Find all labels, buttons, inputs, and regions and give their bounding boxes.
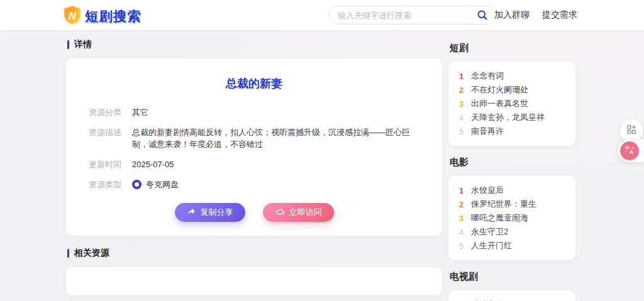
sidebar-section-title-tv: 电视剧: [450, 271, 575, 283]
button-label: 立即访问: [289, 207, 322, 218]
related-section-title: 相关资源: [74, 248, 109, 259]
rank-badge: 5: [458, 127, 465, 136]
list-item[interactable]: 4 天降玄孙，龙凤呈祥: [448, 111, 575, 124]
ranking-card-tv: 1 以法之名: [448, 290, 575, 301]
rank-badge: 2: [458, 200, 465, 209]
action-buttons: 复制分享 立即访问: [89, 203, 419, 222]
list-item[interactable]: 2 侏罗纪世界：重生: [448, 197, 575, 211]
list-item[interactable]: 1 念念有词: [448, 69, 575, 83]
search-input[interactable]: [338, 11, 475, 20]
sidebar-section-title-duanju: 短剧: [450, 42, 575, 54]
resource-title: 总裁的新妻: [89, 76, 419, 91]
list-item[interactable]: 5 南音再许: [448, 124, 575, 138]
field-label: 更新时间: [89, 158, 123, 170]
search-icon[interactable]: [475, 8, 490, 23]
visit-now-button[interactable]: 立即访问: [263, 203, 334, 222]
rank-badge: 1: [458, 72, 465, 81]
related-section-header: 相关资源: [67, 248, 442, 259]
button-label: 复制分享: [201, 207, 233, 218]
field-category: 资源分类 其它: [89, 106, 419, 118]
nav-join-group-link[interactable]: 加入群聊: [494, 9, 530, 21]
rank-badge: 4: [458, 227, 465, 237]
detail-section-title: 详情: [74, 39, 92, 50]
field-label: 资源分类: [89, 106, 123, 118]
mini-app-float-button[interactable]: [620, 119, 643, 142]
list-item[interactable]: 3 出师一表真名世: [448, 97, 575, 111]
section-accent-bar: [67, 249, 69, 258]
field-description: 资源描述 总裁的新妻剧情高能反转，扣人心弦；视听震撼升级，沉浸感拉满——匠心巨制…: [89, 126, 419, 150]
item-title: 不在灯火阑珊处: [471, 84, 528, 96]
shield-n-logo-icon: N: [63, 5, 82, 28]
rank-badge: 1: [458, 186, 465, 195]
related-resources-card: [66, 267, 442, 295]
rank-badge: 3: [458, 99, 465, 109]
list-item[interactable]: 2 不在灯火阑珊处: [448, 83, 575, 97]
list-item[interactable]: 1 以法之名: [448, 298, 575, 301]
item-title: 南音再许: [471, 126, 504, 137]
sidebar: 短剧 1 念念有词 2 不在灯火阑珊处 3 出师一表真名世 4 天降玄孙，龙凤呈…: [448, 39, 575, 301]
quark-drive-icon: [132, 180, 142, 189]
ranking-card-duanju: 1 念念有词 2 不在灯火阑珊处 3 出师一表真名世 4 天降玄孙，龙凤呈祥 5…: [448, 62, 575, 146]
list-item[interactable]: 4 永生守卫2: [448, 225, 575, 239]
main-column: 详情 总裁的新妻 资源分类 其它 资源描述 总裁的新妻剧情高能反转，扣人心弦；视…: [66, 39, 442, 295]
resource-type-value: 夸克网盘: [132, 178, 179, 190]
list-item[interactable]: 1 水饺皇后: [448, 183, 575, 197]
field-label: 资源描述: [89, 126, 123, 150]
rank-badge: 5: [458, 241, 465, 251]
site-logo[interactable]: N 短剧搜索: [63, 5, 142, 28]
item-title: 出师一表真名世: [471, 98, 528, 109]
svg-text:N: N: [69, 10, 77, 22]
translate-float-pill: 中 A: [618, 140, 644, 162]
item-title: 侏罗纪世界：重生: [471, 199, 536, 210]
item-title: 念念有词: [471, 70, 504, 82]
list-item[interactable]: 5 人生开门红: [448, 239, 575, 253]
list-item[interactable]: 3 哪吒之魔童闹海: [448, 211, 575, 225]
field-value: 夸克网盘: [146, 178, 179, 190]
detail-section-header: 详情: [67, 39, 442, 50]
item-title: 哪吒之魔童闹海: [471, 212, 528, 224]
item-title: 永生守卫2: [471, 226, 508, 238]
search-bar: [328, 6, 497, 25]
item-title: 水饺皇后: [471, 185, 504, 196]
ranking-card-movies: 1 水饺皇后 2 侏罗纪世界：重生 3 哪吒之魔童闹海 4 永生守卫2 5 人生…: [448, 176, 575, 260]
svg-text:A: A: [630, 150, 633, 155]
item-title: 人生开门红: [471, 240, 512, 251]
field-value: 总裁的新妻剧情高能反转，扣人心弦；视听震撼升级，沉浸感拉满——匠心巨制，诚意来袭…: [132, 126, 419, 150]
rank-badge: 2: [458, 85, 465, 95]
rank-badge: 3: [458, 214, 465, 223]
share-arrow-icon: [187, 207, 196, 218]
detail-card: 总裁的新妻 资源分类 其它 资源描述 总裁的新妻剧情高能反转，扣人心弦；视听震撼…: [66, 58, 442, 236]
nav-submit-request-link[interactable]: 提交需求: [542, 9, 577, 21]
field-value: 其它: [132, 106, 148, 118]
page: N 短剧搜索 加入群聊 提交需求 详情 总裁的新妻: [0, 0, 644, 301]
translate-button[interactable]: 中 A: [620, 141, 639, 160]
field-value: 2025-07-05: [132, 158, 174, 170]
field-update-time: 更新时间 2025-07-05: [89, 158, 419, 170]
sidebar-section-title-movies: 电影: [450, 156, 575, 168]
section-accent-bar: [67, 40, 69, 49]
translate-icon: 中 A: [624, 144, 635, 158]
cloud-icon: [275, 207, 285, 219]
header-nav: 加入群聊 提交需求: [494, 0, 577, 30]
field-resource-type: 资源类型 夸克网盘: [89, 178, 419, 190]
item-title: 天降玄孙，龙凤呈祥: [471, 112, 545, 123]
rank-badge: 4: [458, 113, 465, 123]
copy-share-button[interactable]: 复制分享: [175, 203, 245, 222]
field-label: 资源类型: [89, 178, 123, 190]
mini-app-grid-icon: [626, 124, 637, 138]
site-title: 短剧搜索: [85, 8, 142, 25]
top-header: N 短剧搜索 加入群聊 提交需求: [0, 0, 644, 30]
